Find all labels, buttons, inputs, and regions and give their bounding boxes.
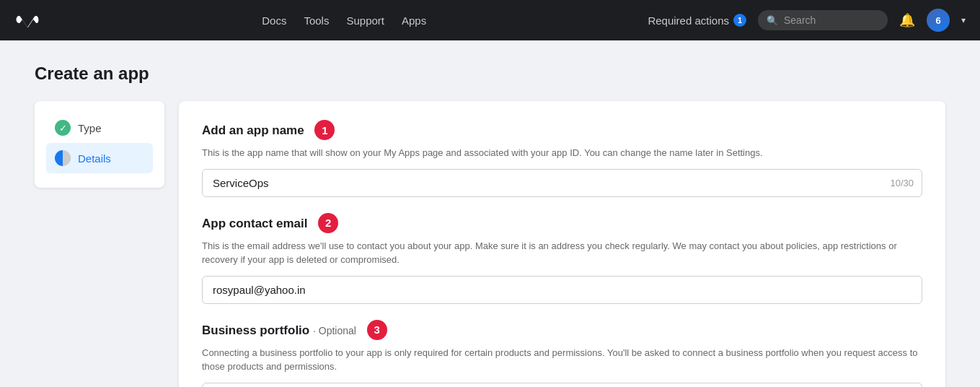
sidebar: ✓ Type Details bbox=[35, 101, 164, 188]
business-portfolio-dropdown[interactable]: M Mindarray Systems Private Limited ▾ bbox=[202, 383, 922, 388]
half-circle-icon bbox=[55, 150, 71, 166]
app-name-desc: This is the app name that will show on y… bbox=[202, 146, 922, 160]
required-actions-button[interactable]: Required actions 1 bbox=[648, 14, 746, 27]
page-title: Create an app bbox=[35, 64, 945, 84]
search-input[interactable] bbox=[784, 14, 870, 26]
sidebar-item-details[interactable]: Details bbox=[46, 143, 153, 173]
char-count: 10/30 bbox=[890, 178, 914, 188]
chevron-down-icon[interactable]: ▾ bbox=[961, 15, 966, 25]
nav-apps[interactable]: Apps bbox=[402, 14, 426, 27]
step-2-bubble: 2 bbox=[318, 213, 338, 233]
navbar-links: Docs Tools Support Apps bbox=[63, 14, 624, 27]
sidebar-details-label: Details bbox=[78, 152, 111, 165]
business-portfolio-title: Business portfolio · Optional 3 bbox=[202, 321, 922, 342]
main-card: Add an app name 1 This is the app name t… bbox=[179, 101, 945, 387]
search-icon: 🔍 bbox=[767, 15, 778, 26]
check-icon: ✓ bbox=[55, 120, 71, 136]
step-1-bubble: 1 bbox=[314, 120, 335, 140]
contact-email-section: App contact email 2 This is the email ad… bbox=[202, 214, 922, 304]
contact-email-title: App contact email 2 bbox=[202, 214, 922, 235]
nav-docs[interactable]: Docs bbox=[262, 14, 286, 27]
navbar: Docs Tools Support Apps Required actions… bbox=[0, 0, 980, 40]
layout: ✓ Type Details Add an app name 1 This is… bbox=[35, 101, 945, 387]
avatar[interactable]: 6 bbox=[927, 9, 950, 32]
app-name-section: Add an app name 1 This is the app name t… bbox=[202, 121, 922, 197]
business-portfolio-section: Business portfolio · Optional 3 Connecti… bbox=[202, 321, 922, 388]
contact-email-input[interactable] bbox=[202, 276, 922, 304]
bell-icon[interactable]: 🔔 bbox=[899, 12, 915, 28]
nav-support[interactable]: Support bbox=[346, 14, 384, 27]
optional-label: · Optional bbox=[313, 325, 356, 336]
navbar-actions: Required actions 1 🔍 🔔 6 ▾ bbox=[648, 9, 966, 32]
sidebar-item-type[interactable]: ✓ Type bbox=[46, 113, 153, 143]
page-content: Create an app ✓ Type Details Add an app … bbox=[0, 40, 980, 387]
nav-tools[interactable]: Tools bbox=[304, 14, 329, 27]
meta-logo[interactable] bbox=[14, 13, 40, 27]
step-3-bubble: 3 bbox=[367, 320, 387, 340]
app-name-title: Add an app name 1 bbox=[202, 121, 922, 142]
business-portfolio-dropdown-wrapper: M Mindarray Systems Private Limited ▾ bbox=[202, 383, 922, 388]
search-box: 🔍 bbox=[758, 10, 888, 30]
app-name-input-wrapper: 10/30 bbox=[202, 169, 922, 197]
required-actions-label: Required actions bbox=[648, 14, 729, 27]
contact-email-desc: This is the email address we'll use to c… bbox=[202, 239, 922, 267]
sidebar-type-label: Type bbox=[78, 122, 102, 134]
business-portfolio-desc: Connecting a business portfolio to your … bbox=[202, 346, 922, 374]
required-actions-badge: 1 bbox=[733, 14, 746, 27]
app-name-input[interactable] bbox=[202, 169, 922, 197]
